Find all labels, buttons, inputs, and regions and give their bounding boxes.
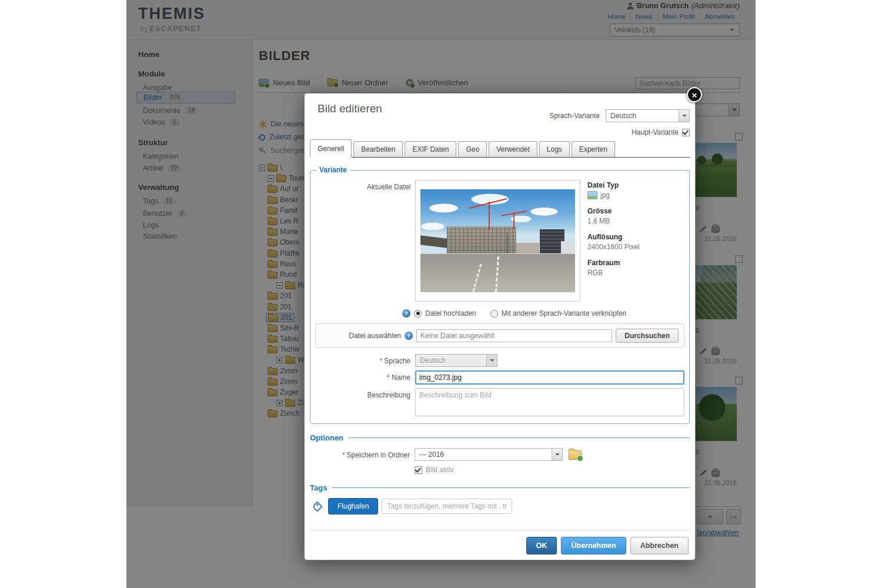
file-details: Datei Typ jpg Grösse 1.6 MB Auflösung 24… xyxy=(587,180,640,285)
tag-input[interactable] xyxy=(382,499,512,514)
image-active-label: Bild aktiv xyxy=(426,466,454,474)
dialog-tabs: Generell Bearbeiten EXIF Daten Geo Verwe… xyxy=(310,138,690,158)
file-size-label: Grösse xyxy=(587,207,640,215)
edit-image-dialog: × Bild editieren Sprach-Variante Deutsch… xyxy=(304,93,696,560)
link-variant-radio[interactable] xyxy=(490,310,498,318)
tab-exif-daten[interactable]: EXIF Daten xyxy=(405,141,456,157)
upload-radio-label: Datei hochladen xyxy=(425,309,476,318)
photo-dark-tower xyxy=(540,229,564,254)
chevron-down-icon xyxy=(486,355,497,366)
tab-logs[interactable]: Logs xyxy=(539,141,570,157)
name-label: *Name xyxy=(315,370,415,382)
photo-crane xyxy=(489,202,490,229)
close-icon[interactable]: × xyxy=(687,87,702,102)
current-file-label: Aktuelle Datei xyxy=(315,180,415,191)
variante-fieldset: Variante Aktuelle Datei xyxy=(310,166,690,424)
image-active-checkbox[interactable] xyxy=(415,466,422,474)
tags-section-header: Tags xyxy=(310,483,690,492)
description-label: Beschreibung xyxy=(315,388,415,399)
main-variant-label: Haupt-Variante xyxy=(632,128,679,136)
save-folder-label: *Speichern in Ordner xyxy=(310,448,415,459)
photo-glass-building xyxy=(561,241,575,255)
language-variant-select[interactable]: Deutsch xyxy=(606,109,690,122)
chevron-down-icon xyxy=(552,449,562,460)
photo-crane xyxy=(513,212,514,229)
options-heading: Optionen xyxy=(310,433,343,442)
file-type-label: Datei Typ xyxy=(587,181,640,189)
page: THEMIS by ESCAPENET Bruno Grutsch (Admin… xyxy=(0,0,882,588)
help-icon[interactable]: ? xyxy=(402,309,410,318)
main-variant-checkbox[interactable] xyxy=(682,129,690,136)
photo-scaffold-building xyxy=(447,226,516,254)
description-textarea[interactable] xyxy=(415,388,684,416)
tab-geo[interactable]: Geo xyxy=(458,141,487,157)
tags-heading: Tags xyxy=(310,483,327,492)
tags-row: Flughafen xyxy=(310,498,690,514)
photo-low-building xyxy=(516,243,539,254)
colorspace-value: RGB xyxy=(587,269,603,277)
sprache-select[interactable]: Deutsch xyxy=(415,354,497,367)
tab-bearbeiten[interactable]: Bearbeiten xyxy=(353,141,403,157)
file-select-label: Datei auswählen xyxy=(321,332,405,340)
tab-experten[interactable]: Experten xyxy=(572,141,615,157)
resolution-value: 2400x1600 Pixel xyxy=(587,243,640,251)
section-divider xyxy=(348,437,690,438)
variante-legend: Variante xyxy=(316,166,350,174)
photo-construction-site xyxy=(420,189,575,292)
photo-pole xyxy=(507,233,507,253)
image-preview-frame xyxy=(415,180,580,302)
tab-verwendet[interactable]: Verwendet xyxy=(489,141,537,157)
options-section-header: Optionen xyxy=(310,433,690,442)
browse-button[interactable]: Durchsuchen xyxy=(616,329,679,343)
tag-flughafen[interactable]: Flughafen xyxy=(328,498,378,514)
dialog-header: Bild editieren Sprach-Variante Deutsch H… xyxy=(310,101,690,138)
image-file-icon xyxy=(587,191,597,199)
help-icon[interactable]: ? xyxy=(405,332,413,340)
file-size-value: 1.6 MB xyxy=(587,217,610,225)
colorspace-label: Farbraum xyxy=(587,259,640,267)
dialog-title: Bild editieren xyxy=(318,102,382,115)
file-type-value: jpg xyxy=(600,191,610,199)
upload-radio[interactable] xyxy=(414,310,422,318)
section-divider xyxy=(332,487,690,488)
language-variant-label: Sprach-Variante xyxy=(549,112,600,120)
tag-icon xyxy=(312,501,322,512)
sprache-label: *Sprache xyxy=(315,354,415,365)
dialog-footer: OK Übernehmen Abbrechen xyxy=(310,530,690,554)
cancel-button[interactable]: Abbrechen xyxy=(630,537,689,554)
file-select-box: Datei auswählen ? Durchsuchen xyxy=(315,323,684,348)
chevron-down-icon xyxy=(679,110,689,122)
add-folder-icon[interactable] xyxy=(569,450,582,460)
tab-generell[interactable]: Generell xyxy=(310,139,352,158)
file-input[interactable] xyxy=(416,329,612,342)
ok-button[interactable]: OK xyxy=(526,537,557,554)
link-variant-radio-label: Mit anderer Sprach-Variante verknüpfen xyxy=(502,309,627,318)
save-folder-select[interactable]: --- 2016 xyxy=(415,448,563,461)
name-input[interactable] xyxy=(415,370,684,385)
resolution-label: Auflösung xyxy=(587,233,640,241)
apply-button[interactable]: Übernehmen xyxy=(561,537,626,554)
